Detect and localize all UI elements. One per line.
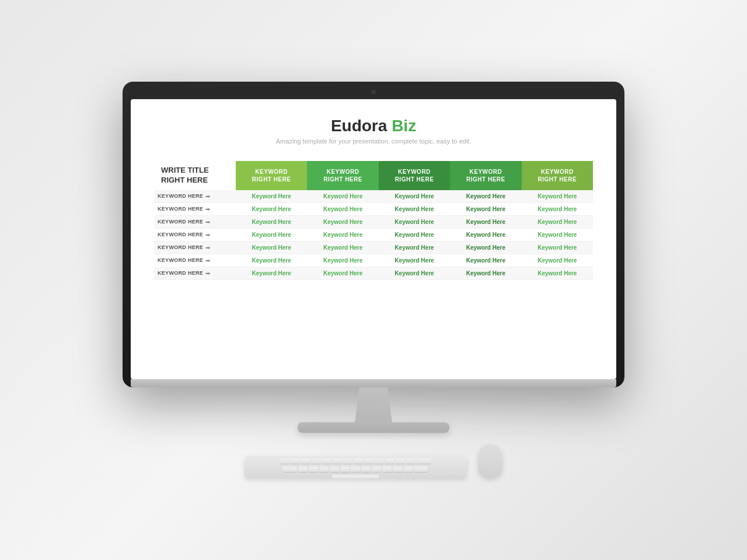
keyboard [245, 456, 466, 478]
data-cell: Keyword Here [450, 203, 521, 216]
key [340, 467, 350, 473]
key [343, 459, 352, 464]
arrow-icon: ➡ [205, 257, 210, 264]
key [283, 467, 297, 473]
cell-text: Keyword Here [395, 244, 434, 251]
cell-text: Keyword Here [323, 257, 362, 264]
key [319, 467, 329, 473]
cell-text: Keyword Here [466, 206, 505, 212]
cell-text: Keyword Here [466, 244, 505, 251]
data-cell: Keyword Here [307, 229, 378, 242]
row-label: KEYWORD HERE [158, 257, 203, 263]
key [414, 467, 428, 473]
row-label-cell: KEYWORD HERE➡ [154, 254, 236, 267]
slide-header: Eudora Biz Amazing template for your pre… [154, 117, 593, 145]
data-cell: Keyword Here [307, 267, 378, 280]
data-cell: Keyword Here [379, 216, 450, 229]
data-cell: Keyword Here [522, 254, 593, 267]
comparison-table: WRITE TITLE RIGHT HERE KEYWORD RIGHT HER… [154, 161, 593, 280]
table-row: KEYWORD HERE➡Keyword HereKeyword HereKey… [154, 242, 593, 254]
cell-text: Keyword Here [537, 244, 577, 251]
data-cell: Keyword Here [307, 254, 378, 267]
key [280, 459, 289, 464]
table-row: KEYWORD HERE➡Keyword HereKeyword HereKey… [154, 229, 593, 242]
data-cell: Keyword Here [522, 190, 593, 203]
monitor-screen: Eudora Biz Amazing template for your pre… [131, 99, 616, 379]
table-header-row: WRITE TITLE RIGHT HERE KEYWORD RIGHT HER… [154, 161, 593, 190]
row-label-cell: KEYWORD HERE➡ [154, 190, 236, 203]
arrow-icon: ➡ [205, 219, 210, 225]
data-cell: Keyword Here [450, 190, 521, 203]
row-label-cell: KEYWORD HERE➡ [154, 242, 236, 254]
key [382, 467, 392, 473]
title-main: Eudora [331, 117, 387, 135]
cell-text: Keyword Here [395, 270, 434, 276]
slide-title: Eudora Biz [154, 117, 593, 135]
data-cell: Keyword Here [522, 242, 593, 254]
cell-text: Keyword Here [395, 232, 434, 238]
data-cell: Keyword Here [522, 216, 593, 229]
data-cell: Keyword Here [236, 190, 307, 203]
monitor-camera [371, 90, 376, 94]
data-cell: Keyword Here [236, 203, 307, 216]
key [354, 459, 363, 464]
data-cell: Keyword Here [307, 190, 378, 203]
title-accent: Biz [392, 117, 416, 135]
col-header-2: KEYWORD RIGHT HERE [307, 161, 378, 190]
row-label: KEYWORD HERE [158, 206, 203, 212]
cell-text: Keyword Here [252, 206, 291, 212]
row-label: KEYWORD HERE [158, 193, 203, 199]
key [393, 467, 402, 473]
table-row: KEYWORD HERE➡Keyword HereKeyword HereKey… [154, 203, 593, 216]
cell-text: Keyword Here [537, 232, 577, 238]
data-cell: Keyword Here [450, 267, 521, 280]
data-cell: Keyword Here [236, 267, 307, 280]
cell-text: Keyword Here [323, 244, 362, 251]
row-label-cell: KEYWORD HERE➡ [154, 203, 236, 216]
data-cell: Keyword Here [379, 242, 450, 254]
write-title: WRITE TITLE RIGHT HERE [161, 166, 229, 186]
key [351, 467, 360, 473]
data-cell: Keyword Here [522, 203, 593, 216]
key [406, 459, 416, 464]
cell-text: Keyword Here [537, 193, 577, 200]
row-label: KEYWORD HERE [158, 244, 203, 250]
cell-text: Keyword Here [252, 193, 291, 200]
key [330, 467, 339, 473]
cell-text: Keyword Here [323, 193, 362, 200]
row-label-cell: KEYWORD HERE➡ [154, 267, 236, 280]
col-header-4: KEYWORD RIGHT HERE [450, 161, 521, 190]
cell-text: Keyword Here [537, 270, 577, 276]
cell-text: Keyword Here [323, 206, 362, 212]
cell-text: Keyword Here [323, 232, 362, 238]
cell-text: Keyword Here [395, 206, 434, 212]
key [372, 467, 381, 473]
col-header-1: KEYWORD RIGHT HERE [236, 161, 307, 190]
table-title-cell: WRITE TITLE RIGHT HERE [154, 161, 236, 190]
data-cell: Keyword Here [379, 229, 450, 242]
key [385, 459, 395, 464]
key [301, 459, 310, 464]
table-row: KEYWORD HERE➡Keyword HereKeyword HereKey… [154, 254, 593, 267]
cell-text: Keyword Here [466, 219, 505, 225]
scene: Eudora Biz Amazing template for your pre… [0, 82, 747, 478]
row-label-cell: KEYWORD HERE➡ [154, 216, 236, 229]
arrow-icon: ➡ [205, 244, 210, 251]
peripherals [245, 433, 502, 478]
data-cell: Keyword Here [379, 203, 450, 216]
data-cell: Keyword Here [450, 242, 521, 254]
row-label: KEYWORD HERE [158, 270, 203, 276]
col-header-5: KEYWORD RIGHT HERE [522, 161, 593, 190]
arrow-icon: ➡ [205, 206, 210, 212]
data-cell: Keyword Here [307, 203, 378, 216]
cell-text: Keyword Here [252, 270, 291, 276]
mouse [478, 444, 502, 478]
arrow-icon: ➡ [205, 193, 210, 200]
arrow-icon: ➡ [205, 232, 210, 238]
data-cell: Keyword Here [379, 190, 450, 203]
data-cell: Keyword Here [236, 216, 307, 229]
key [333, 459, 342, 464]
cell-text: Keyword Here [466, 257, 505, 264]
cell-text: Keyword Here [537, 219, 577, 225]
data-cell: Keyword Here [522, 229, 593, 242]
